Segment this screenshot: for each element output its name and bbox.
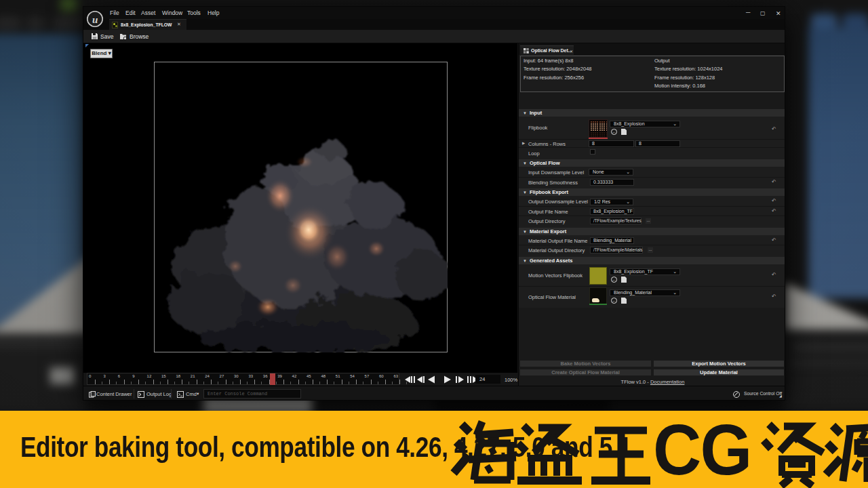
svg-text:CG: CG	[653, 419, 751, 488]
svg-text:u: u	[92, 14, 98, 25]
